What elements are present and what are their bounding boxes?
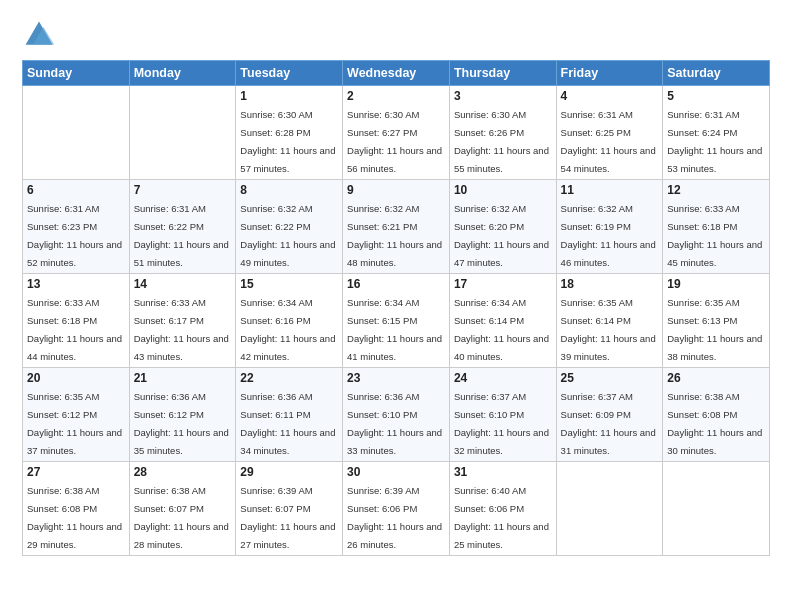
col-header-thursday: Thursday [449,61,556,86]
day-number: 7 [134,183,232,197]
calendar-cell: 12Sunrise: 6:33 AM Sunset: 6:18 PM Dayli… [663,180,770,274]
day-info: Sunrise: 6:32 AM Sunset: 6:19 PM Dayligh… [561,203,656,268]
calendar-cell [23,86,130,180]
day-info: Sunrise: 6:40 AM Sunset: 6:06 PM Dayligh… [454,485,549,550]
calendar-cell: 11Sunrise: 6:32 AM Sunset: 6:19 PM Dayli… [556,180,663,274]
day-number: 5 [667,89,765,103]
calendar-cell: 29Sunrise: 6:39 AM Sunset: 6:07 PM Dayli… [236,462,343,556]
calendar-cell: 15Sunrise: 6:34 AM Sunset: 6:16 PM Dayli… [236,274,343,368]
day-info: Sunrise: 6:39 AM Sunset: 6:07 PM Dayligh… [240,485,335,550]
col-header-sunday: Sunday [23,61,130,86]
day-info: Sunrise: 6:38 AM Sunset: 6:07 PM Dayligh… [134,485,229,550]
calendar-table: SundayMondayTuesdayWednesdayThursdayFrid… [22,60,770,556]
day-number: 6 [27,183,125,197]
calendar-header-row: SundayMondayTuesdayWednesdayThursdayFrid… [23,61,770,86]
day-info: Sunrise: 6:34 AM Sunset: 6:16 PM Dayligh… [240,297,335,362]
day-number: 15 [240,277,338,291]
calendar-cell: 10Sunrise: 6:32 AM Sunset: 6:20 PM Dayli… [449,180,556,274]
calendar-week-2: 6Sunrise: 6:31 AM Sunset: 6:23 PM Daylig… [23,180,770,274]
calendar-cell: 22Sunrise: 6:36 AM Sunset: 6:11 PM Dayli… [236,368,343,462]
day-number: 4 [561,89,659,103]
calendar-cell: 13Sunrise: 6:33 AM Sunset: 6:18 PM Dayli… [23,274,130,368]
calendar-cell: 6Sunrise: 6:31 AM Sunset: 6:23 PM Daylig… [23,180,130,274]
day-info: Sunrise: 6:30 AM Sunset: 6:27 PM Dayligh… [347,109,442,174]
day-info: Sunrise: 6:36 AM Sunset: 6:10 PM Dayligh… [347,391,442,456]
calendar-cell: 5Sunrise: 6:31 AM Sunset: 6:24 PM Daylig… [663,86,770,180]
day-number: 10 [454,183,552,197]
day-info: Sunrise: 6:39 AM Sunset: 6:06 PM Dayligh… [347,485,442,550]
calendar-week-1: 1Sunrise: 6:30 AM Sunset: 6:28 PM Daylig… [23,86,770,180]
calendar-cell: 8Sunrise: 6:32 AM Sunset: 6:22 PM Daylig… [236,180,343,274]
col-header-saturday: Saturday [663,61,770,86]
day-number: 16 [347,277,445,291]
day-info: Sunrise: 6:35 AM Sunset: 6:14 PM Dayligh… [561,297,656,362]
day-info: Sunrise: 6:35 AM Sunset: 6:12 PM Dayligh… [27,391,122,456]
calendar-cell: 23Sunrise: 6:36 AM Sunset: 6:10 PM Dayli… [343,368,450,462]
day-number: 31 [454,465,552,479]
calendar-cell: 27Sunrise: 6:38 AM Sunset: 6:08 PM Dayli… [23,462,130,556]
day-info: Sunrise: 6:31 AM Sunset: 6:25 PM Dayligh… [561,109,656,174]
day-number: 1 [240,89,338,103]
day-number: 29 [240,465,338,479]
logo-icon [22,18,56,52]
calendar-cell: 28Sunrise: 6:38 AM Sunset: 6:07 PM Dayli… [129,462,236,556]
calendar-cell: 18Sunrise: 6:35 AM Sunset: 6:14 PM Dayli… [556,274,663,368]
day-number: 18 [561,277,659,291]
calendar-cell: 4Sunrise: 6:31 AM Sunset: 6:25 PM Daylig… [556,86,663,180]
day-number: 11 [561,183,659,197]
day-number: 17 [454,277,552,291]
day-info: Sunrise: 6:30 AM Sunset: 6:28 PM Dayligh… [240,109,335,174]
day-info: Sunrise: 6:33 AM Sunset: 6:17 PM Dayligh… [134,297,229,362]
day-number: 3 [454,89,552,103]
day-info: Sunrise: 6:31 AM Sunset: 6:22 PM Dayligh… [134,203,229,268]
calendar-cell: 21Sunrise: 6:36 AM Sunset: 6:12 PM Dayli… [129,368,236,462]
day-info: Sunrise: 6:37 AM Sunset: 6:10 PM Dayligh… [454,391,549,456]
col-header-monday: Monday [129,61,236,86]
day-number: 8 [240,183,338,197]
day-info: Sunrise: 6:33 AM Sunset: 6:18 PM Dayligh… [27,297,122,362]
calendar-cell: 17Sunrise: 6:34 AM Sunset: 6:14 PM Dayli… [449,274,556,368]
day-number: 12 [667,183,765,197]
day-number: 2 [347,89,445,103]
calendar-week-3: 13Sunrise: 6:33 AM Sunset: 6:18 PM Dayli… [23,274,770,368]
col-header-tuesday: Tuesday [236,61,343,86]
calendar-cell: 7Sunrise: 6:31 AM Sunset: 6:22 PM Daylig… [129,180,236,274]
calendar-cell: 3Sunrise: 6:30 AM Sunset: 6:26 PM Daylig… [449,86,556,180]
day-number: 28 [134,465,232,479]
calendar-cell: 31Sunrise: 6:40 AM Sunset: 6:06 PM Dayli… [449,462,556,556]
day-info: Sunrise: 6:38 AM Sunset: 6:08 PM Dayligh… [27,485,122,550]
day-number: 24 [454,371,552,385]
calendar-cell [663,462,770,556]
day-info: Sunrise: 6:32 AM Sunset: 6:21 PM Dayligh… [347,203,442,268]
col-header-friday: Friday [556,61,663,86]
day-number: 26 [667,371,765,385]
calendar-cell: 26Sunrise: 6:38 AM Sunset: 6:08 PM Dayli… [663,368,770,462]
day-number: 19 [667,277,765,291]
calendar-cell [129,86,236,180]
day-number: 22 [240,371,338,385]
day-number: 20 [27,371,125,385]
page: SundayMondayTuesdayWednesdayThursdayFrid… [0,0,792,612]
day-info: Sunrise: 6:36 AM Sunset: 6:11 PM Dayligh… [240,391,335,456]
day-info: Sunrise: 6:33 AM Sunset: 6:18 PM Dayligh… [667,203,762,268]
calendar-cell: 9Sunrise: 6:32 AM Sunset: 6:21 PM Daylig… [343,180,450,274]
calendar-cell: 1Sunrise: 6:30 AM Sunset: 6:28 PM Daylig… [236,86,343,180]
day-number: 23 [347,371,445,385]
day-info: Sunrise: 6:36 AM Sunset: 6:12 PM Dayligh… [134,391,229,456]
calendar-cell: 24Sunrise: 6:37 AM Sunset: 6:10 PM Dayli… [449,368,556,462]
day-info: Sunrise: 6:35 AM Sunset: 6:13 PM Dayligh… [667,297,762,362]
calendar-cell: 14Sunrise: 6:33 AM Sunset: 6:17 PM Dayli… [129,274,236,368]
calendar-cell: 2Sunrise: 6:30 AM Sunset: 6:27 PM Daylig… [343,86,450,180]
day-number: 9 [347,183,445,197]
day-info: Sunrise: 6:30 AM Sunset: 6:26 PM Dayligh… [454,109,549,174]
day-number: 13 [27,277,125,291]
day-info: Sunrise: 6:32 AM Sunset: 6:20 PM Dayligh… [454,203,549,268]
day-info: Sunrise: 6:31 AM Sunset: 6:24 PM Dayligh… [667,109,762,174]
day-number: 25 [561,371,659,385]
calendar-cell: 30Sunrise: 6:39 AM Sunset: 6:06 PM Dayli… [343,462,450,556]
calendar-week-4: 20Sunrise: 6:35 AM Sunset: 6:12 PM Dayli… [23,368,770,462]
calendar-cell: 20Sunrise: 6:35 AM Sunset: 6:12 PM Dayli… [23,368,130,462]
day-info: Sunrise: 6:38 AM Sunset: 6:08 PM Dayligh… [667,391,762,456]
calendar-cell: 19Sunrise: 6:35 AM Sunset: 6:13 PM Dayli… [663,274,770,368]
col-header-wednesday: Wednesday [343,61,450,86]
